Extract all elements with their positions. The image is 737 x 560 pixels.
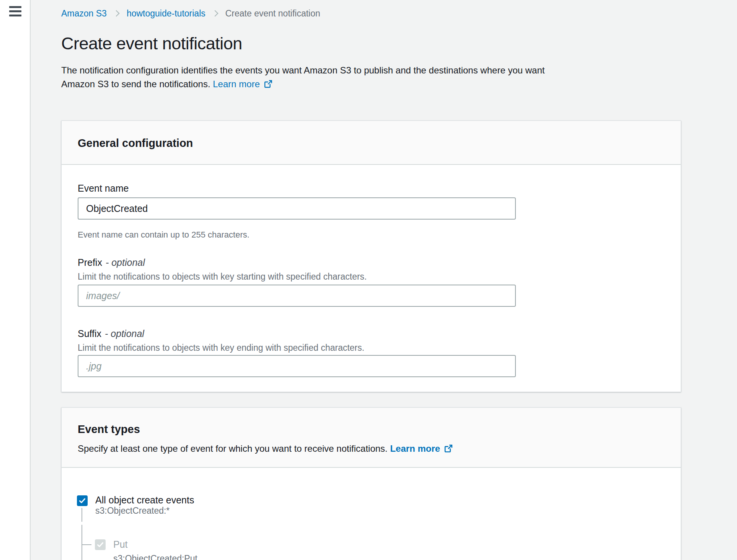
all-object-create-events-checkbox[interactable] [77, 495, 88, 506]
breadcrumb-item-amazon-s3[interactable]: Amazon S3 [61, 8, 107, 19]
check-icon [78, 497, 87, 505]
side-nav-rail [0, 0, 31, 560]
breadcrumb: Amazon S3 howtoguide-tutorials Create ev… [61, 7, 320, 20]
all-object-create-events-code: s3:ObjectCreated:* [95, 506, 170, 516]
page-description: The notification configuration identifie… [61, 63, 666, 91]
general-configuration-header: General configuration [62, 121, 681, 165]
page-title: Create event notification [61, 34, 242, 54]
check-icon [96, 540, 105, 549]
suffix-description: Limit the notifications to objects with … [78, 343, 364, 353]
event-name-constraint: Event name can contain up to 255 charact… [78, 230, 249, 240]
learn-more-link[interactable]: Learn more [213, 79, 273, 89]
breadcrumb-item-bucket[interactable]: howtoguide-tutorials [127, 8, 205, 19]
page-description-line1: The notification configuration identifie… [61, 63, 666, 77]
learn-more-link[interactable]: Learn more [390, 443, 453, 454]
event-types-description: Specify at least one type of event for w… [78, 443, 453, 454]
external-link-icon [263, 79, 273, 89]
event-name-label: Event name [78, 183, 129, 194]
general-configuration-heading: General configuration [78, 137, 193, 150]
event-types-card: Event types Specify at least one type of… [61, 407, 681, 560]
optional-indicator: - optional [106, 257, 145, 268]
suffix-input[interactable] [78, 355, 516, 377]
external-link-icon [444, 444, 453, 453]
suffix-label: Suffix- optional [78, 328, 144, 339]
event-types-heading: Event types [78, 423, 140, 436]
put-code: s3:ObjectCreated:Put [113, 553, 197, 560]
put-checkbox [95, 539, 106, 550]
put-label: Put [113, 539, 128, 550]
hamburger-menu-icon[interactable] [9, 6, 21, 16]
optional-indicator: - optional [105, 328, 144, 339]
tree-branch [82, 544, 91, 545]
event-name-input[interactable] [78, 197, 516, 220]
all-object-create-events-label[interactable]: All object create events [95, 495, 194, 506]
tree-line [82, 508, 82, 522]
chevron-right-icon [212, 10, 218, 17]
prefix-label: Prefix- optional [78, 257, 145, 268]
prefix-description: Limit the notifications to objects with … [78, 272, 367, 282]
breadcrumb-current-page: Create event notification [225, 8, 320, 19]
prefix-input[interactable] [78, 285, 516, 307]
event-types-header: Event types Specify at least one type of… [62, 408, 681, 468]
general-configuration-card: General configuration Event name Event n… [61, 120, 681, 392]
tree-line [82, 525, 82, 560]
chevron-right-icon [113, 10, 119, 17]
page-description-line2: Amazon S3 to send the notifications. [61, 79, 210, 89]
